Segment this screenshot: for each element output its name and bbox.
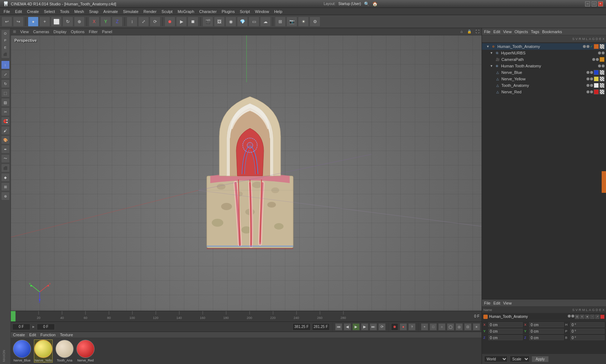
null-button[interactable]: ⊕ xyxy=(74,17,85,27)
add-key-button[interactable]: + xyxy=(421,323,428,330)
menu-mograph[interactable]: MoGraph xyxy=(175,9,196,14)
attr-menu-edit[interactable]: Edit xyxy=(493,301,500,305)
scale-button[interactable]: ⤢ xyxy=(138,17,149,27)
mat-menu-create[interactable]: Create xyxy=(13,333,25,337)
menu-help[interactable]: Help xyxy=(272,9,285,14)
coord-p-val[interactable] xyxy=(570,329,605,334)
obj-menu-tags[interactable]: Tags xyxy=(531,30,539,34)
scene-key-button[interactable]: □ xyxy=(430,323,437,330)
tree-item-root[interactable]: ▼ ⊕ Human_Tooth_Anatomy ✓ xyxy=(482,43,606,50)
tree-item-nerve-blue[interactable]: △ Nerve_Blue xyxy=(482,69,606,76)
mat-menu-edit[interactable]: Edit xyxy=(29,333,36,337)
tree-item-nerve-yellow[interactable]: △ Nerve_Yellow xyxy=(482,76,606,82)
menu-mesh[interactable]: Mesh xyxy=(72,9,86,14)
timeline-ruler[interactable]: 20 40 60 80 100 120 140 160 180 xyxy=(15,311,472,322)
obj-menu-file[interactable]: File xyxy=(484,30,491,34)
select-tool[interactable]: ⬚ xyxy=(1,89,10,97)
right-edge-tab[interactable] xyxy=(602,171,606,193)
play-button[interactable]: ▶ xyxy=(352,323,360,330)
material-tooth-anatomy[interactable]: Tooth_Ana xyxy=(56,340,74,362)
material-nerve-yellow[interactable]: Nerve_Yello xyxy=(34,339,53,363)
move-button[interactable]: ↕ xyxy=(127,17,137,27)
coord-y2-val[interactable] xyxy=(529,329,563,334)
vp-menu-view[interactable]: View xyxy=(20,30,29,34)
tree-item-nerve-red[interactable]: △ Nerve_Red xyxy=(482,89,606,95)
coord-x-pos[interactable] xyxy=(488,322,523,327)
frame-offset-input[interactable] xyxy=(37,324,55,330)
scale-key-button[interactable]: ⊡ xyxy=(464,323,471,330)
viewport-3d[interactable]: Perspective xyxy=(11,35,482,311)
scale-select[interactable]: Scale xyxy=(510,356,530,362)
key-record-button[interactable]: ⏺ xyxy=(391,323,398,330)
paint-tool[interactable]: 🎨 xyxy=(1,136,10,144)
auto-key-button[interactable]: ● xyxy=(400,323,407,330)
loop-cut-tool[interactable]: ⊞ xyxy=(1,182,10,191)
menu-character[interactable]: Character xyxy=(197,9,219,14)
stop-button[interactable]: ⏹ xyxy=(188,17,198,27)
scale-tool[interactable]: ⤢ xyxy=(1,70,10,79)
vp-menu-filter[interactable]: Filter xyxy=(89,30,97,34)
bevel-tool[interactable]: ◆ xyxy=(1,173,10,182)
tree-item-camerapath[interactable]: 🎥 CameraPath xyxy=(482,56,606,63)
current-frame-input[interactable] xyxy=(12,324,30,330)
render-region-button[interactable]: 🎬 xyxy=(202,17,213,27)
tree-item-tooth-anatomy[interactable]: △ Tooth_Anatomy xyxy=(482,82,606,89)
window-controls[interactable]: ─ □ ✕ xyxy=(585,1,603,6)
obj-menu-edit[interactable]: Edit xyxy=(493,30,500,34)
menu-file[interactable]: File xyxy=(1,9,12,14)
mat-add-button[interactable]: ◉ xyxy=(225,17,236,27)
play-anim-button[interactable]: ▶ xyxy=(176,17,187,27)
rotate-button[interactable]: ⟳ xyxy=(150,17,161,27)
undo-button[interactable]: ↩ xyxy=(1,17,12,27)
floor-button[interactable]: ▭ xyxy=(249,17,259,27)
menu-sculpt[interactable]: Sculpt xyxy=(159,9,175,14)
search-icon[interactable]: 🔍 xyxy=(364,1,369,6)
motion-key-button[interactable]: ○ xyxy=(438,323,445,330)
mode-poly[interactable]: ⬛ xyxy=(3,53,7,56)
rotate-object-button[interactable]: ↻ xyxy=(62,17,73,27)
maximize-button[interactable]: □ xyxy=(592,1,597,6)
z-button[interactable]: Z xyxy=(112,17,123,27)
polygon-tool[interactable]: ▨ xyxy=(1,98,10,107)
obj-menu-objects[interactable]: Objects xyxy=(514,30,528,34)
coord-z-pos[interactable] xyxy=(488,335,523,340)
grid-button[interactable]: ⊞ xyxy=(275,17,286,27)
world-space-select[interactable]: World xyxy=(484,356,508,362)
rot-key-button[interactable]: ◎ xyxy=(456,323,463,330)
menu-render[interactable]: Render xyxy=(141,9,159,14)
mat-menu-texture[interactable]: Texture xyxy=(60,333,73,337)
close-button[interactable]: ✕ xyxy=(598,1,603,6)
knife-tool[interactable]: ✂ xyxy=(1,107,10,116)
pen-tool[interactable]: ✒ xyxy=(1,145,10,154)
timeline-view-button[interactable]: ≡ xyxy=(473,323,480,330)
menu-edit[interactable]: Edit xyxy=(13,9,24,14)
menu-animate[interactable]: Animate xyxy=(101,9,120,14)
vp-icon-fullscreen[interactable]: ⛶ xyxy=(476,30,479,34)
home-icon[interactable]: 🏠 xyxy=(372,1,378,6)
camera-view-button[interactable]: 📷 xyxy=(286,17,297,27)
menu-script[interactable]: Script xyxy=(238,9,252,14)
light-button[interactable]: ☀ xyxy=(298,17,309,27)
coord-x2-val[interactable] xyxy=(529,322,563,327)
pos-key-button[interactable]: ◯ xyxy=(447,323,454,330)
vp-icon-home[interactable]: ⌂ xyxy=(461,30,463,34)
tree-item-hypernurbs[interactable]: ▼ ⧉ HyperNURBS xyxy=(482,50,606,56)
obj-menu-bookmarks[interactable]: Bookmarks xyxy=(542,30,562,34)
material-nerve-blue[interactable]: Nerve_Blue xyxy=(13,340,31,362)
tree-expand-hypernurbs[interactable]: ▼ xyxy=(490,51,493,55)
vp-menu-options[interactable]: Options xyxy=(71,30,84,34)
brush-tool[interactable]: 🖌 xyxy=(1,126,10,135)
coord-b-val[interactable] xyxy=(570,335,605,340)
reflectance-button[interactable]: 💎 xyxy=(237,17,248,27)
obj-menu-view[interactable]: View xyxy=(503,30,512,34)
vp-menu-panel[interactable]: Panel xyxy=(102,30,112,34)
minimize-button[interactable]: ─ xyxy=(585,1,590,6)
menu-snap[interactable]: Snap xyxy=(87,9,101,14)
move-tool[interactable]: ↕ xyxy=(1,61,10,69)
mode-edges[interactable]: E xyxy=(4,46,6,49)
next-frame-button[interactable]: ▶ xyxy=(361,323,368,330)
x-button[interactable]: X xyxy=(89,17,100,27)
vp-icon-lock[interactable]: 🔒 xyxy=(467,30,471,34)
coord-y-pos[interactable] xyxy=(488,329,523,334)
mode-points[interactable]: P xyxy=(4,39,6,42)
